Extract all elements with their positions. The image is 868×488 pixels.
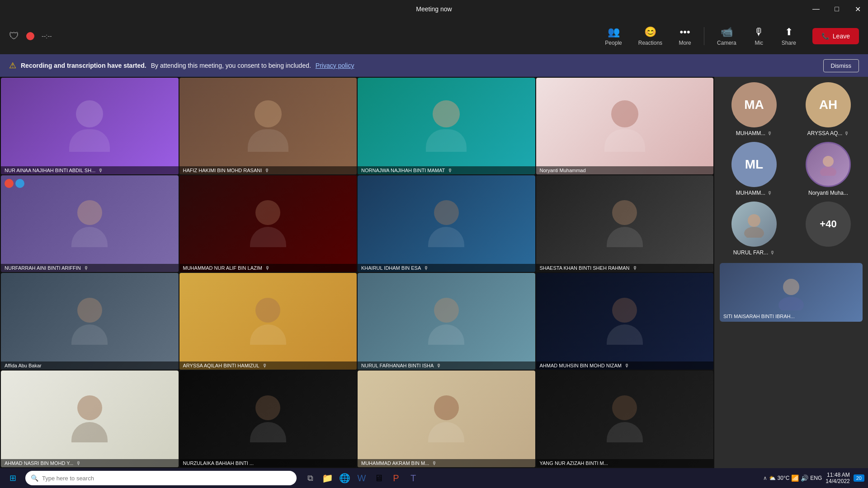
svg-point-3 [744, 227, 764, 238]
banner-message: By attending this meeting, you consent t… [151, 62, 311, 69]
more-button[interactable]: ••• More [671, 23, 698, 50]
close-button[interactable]: ✕ [847, 0, 868, 18]
sidebar-video-last[interactable]: SITI MAISARAH BINTI IBRAH... [720, 263, 863, 322]
body-6 [250, 227, 286, 247]
toolbar-left: 🛡 --:-- [9, 30, 52, 42]
head-6 [255, 200, 280, 225]
head-5 [77, 200, 102, 225]
name-bar-2: HAFIZ HAKIMI BIN MOHD RASANI 🎙 [179, 166, 357, 174]
reactions-button[interactable]: 😊 Reactions [631, 23, 670, 50]
people-button[interactable]: 👥 People [598, 23, 629, 50]
word-icon[interactable]: W [354, 470, 370, 486]
dismiss-button[interactable]: Dismiss [823, 59, 859, 72]
participant-face-9 [1, 273, 179, 370]
participants-grid-top: MA MUHAMM... 🎙 AH ARYSSA AQ... 🎙 [720, 82, 863, 196]
body-11 [428, 324, 464, 345]
video-cell-7[interactable]: KHAIRUL IDHAM BIN ESA 🎙 [358, 175, 535, 272]
name-bar-8: SHAESTA KHAN BINTI SHEH RAHMAN 🎙 [536, 264, 714, 272]
silhouette-4 [604, 100, 645, 152]
privacy-policy-link[interactable]: Privacy policy [316, 62, 354, 69]
video-cell-16[interactable]: YANG NUR AZIZAH BINTI M... [536, 371, 714, 467]
video-cell-9[interactable]: Affida Abu Bakar [1, 273, 179, 370]
maximize-button[interactable]: □ [826, 0, 847, 18]
powerpoint-icon[interactable]: P [388, 470, 404, 486]
name-text-2: HAFIZ HAKIMI BIN MOHD RASANI [183, 168, 262, 173]
head-14 [255, 395, 280, 420]
notification-badge[interactable]: 20 [854, 474, 864, 482]
share-label: Share [782, 40, 796, 46]
search-input[interactable] [42, 475, 291, 482]
silhouette-2 [248, 100, 288, 152]
teams-icon[interactable]: T [405, 470, 421, 486]
participant-face-1 [1, 78, 179, 174]
name-bar-15: MUHAMMAD AKRAM BIN M... 🎙 [358, 459, 535, 467]
video-cell-5[interactable]: NURFARRAH AINI BINTI ARIFFIN 🎙 [1, 175, 179, 272]
banner-bold-text: Recording and transcription have started… [21, 62, 146, 69]
svg-point-4 [783, 279, 799, 295]
clock-display: 11:48 AM 14/4/2022 [826, 472, 849, 484]
minimize-button[interactable]: — [806, 0, 826, 18]
name-text-15: MUHAMMAD AKRAM BIN M... [361, 460, 429, 466]
participant-face-7 [358, 175, 535, 272]
participant-face-4 [536, 78, 714, 174]
svg-point-0 [823, 156, 834, 167]
name-text-16: YANG NUR AZIZAH BINTI M... [540, 460, 608, 466]
start-button[interactable]: ⊞ [4, 469, 22, 487]
participant-name-AH: ARYSSA AQ... 🎙 [807, 130, 849, 136]
file-explorer-icon[interactable]: 📁 [319, 470, 335, 486]
reactions-label: Reactions [638, 40, 662, 46]
video-cell-8[interactable]: SHAESTA KHAN BINTI SHEH RAHMAN 🎙 [536, 175, 714, 272]
name-bar-7: KHAIRUL IDHAM BIN ESA 🎙 [358, 264, 535, 272]
head-9 [77, 298, 102, 323]
video-cell-10[interactable]: ARYSSA AQILAH BINTI HAMIZUL 🎙 [179, 273, 357, 370]
video-cell-1[interactable]: NUR AINAA NAJIHAH BINTI ABDIL SH... 🎙 [1, 78, 179, 174]
video-cell-12[interactable]: AHMAD MUHSIN BIN MOHD NIZAM 🎙 [536, 273, 714, 370]
share-button[interactable]: ⬆ Share [774, 23, 803, 50]
name-text-12: AHMAD MUHSIN BIN MOHD NIZAM [540, 363, 622, 368]
mic-status-13: 🎙 [76, 460, 81, 466]
video-cell-14[interactable]: NURZULAIKA BAHIAH BINTI ... [179, 371, 357, 467]
task-view-button[interactable]: ⧉ [302, 470, 318, 486]
participant-card-NM: Noryanti Muha... [794, 142, 863, 196]
head-12 [612, 298, 637, 323]
name-bar-1: NUR AINAA NAJIHAH BINTI ABDIL SH... 🎙 [1, 166, 179, 174]
camera-button[interactable]: 📹 Camera [710, 23, 744, 50]
participant-face-16 [536, 371, 714, 467]
participant-face-14 [179, 371, 357, 467]
silhouette-1 [69, 100, 110, 152]
chevron-up-icon[interactable]: ∧ [763, 475, 767, 481]
video-cell-3[interactable]: NORNAJWA NAJIHAH BINTI MAMAT 🎙 [358, 78, 535, 174]
participant-face-8 [536, 175, 714, 272]
taskbar-app-icons: ⧉ 📁 🌐 W 🖥 P T [302, 470, 421, 486]
body-16 [607, 422, 643, 442]
video-cell-2[interactable]: HAFIZ HAKIMI BIN MOHD RASANI 🎙 [179, 78, 357, 174]
name-text-1: NUR AINAA NAJIHAH BINTI ABDIL SH... [5, 168, 95, 173]
mic-status-11: 🎙 [436, 363, 441, 368]
chrome-icon[interactable]: 🌐 [336, 470, 353, 486]
video-cell-6[interactable]: MUHAMMAD NUR ALIF BIN LAZIM 🎙 [179, 175, 357, 272]
meeting-timer: --:-- [42, 33, 52, 40]
silhouette-8 [607, 200, 643, 247]
taskbar-search-box[interactable]: 🔍 [25, 471, 297, 485]
video-cell-11[interactable]: NURUL FARHANAH BINTI ISHA 🎙 [358, 273, 535, 370]
body-4 [604, 129, 645, 152]
name-bar-10: ARYSSA AQILAH BINTI HAMIZUL 🎙 [179, 361, 357, 370]
participant-face-12 [536, 273, 714, 370]
participants-grid-bottom: NURUL FAR... 🎙 +40 [720, 202, 863, 258]
mic-status-2: 🎙 [264, 168, 269, 173]
body-10 [250, 324, 286, 345]
participant-face-15 [358, 371, 535, 467]
leave-button[interactable]: 📞 Leave [812, 28, 859, 44]
video-cell-15[interactable]: MUHAMMAD AKRAM BIN M... 🎙 [358, 371, 535, 467]
head-11 [434, 298, 459, 323]
more-label: More [679, 40, 691, 46]
body-15 [428, 422, 464, 442]
mic-button[interactable]: 🎙 Mic [745, 23, 773, 50]
silhouette-7 [428, 200, 464, 247]
video-cell-4[interactable]: Noryanti Muhammad [536, 78, 714, 174]
name-bar-12: AHMAD MUHSIN BIN MOHD NIZAM 🎙 [536, 361, 714, 370]
person-svg-nurul [741, 211, 768, 238]
video-cell-13[interactable]: AHMAD NASRI BIN MOHD Y... 🎙 [1, 371, 179, 467]
avatar-initials-MA: MA [744, 98, 764, 112]
app-icon-4[interactable]: 🖥 [371, 470, 387, 486]
